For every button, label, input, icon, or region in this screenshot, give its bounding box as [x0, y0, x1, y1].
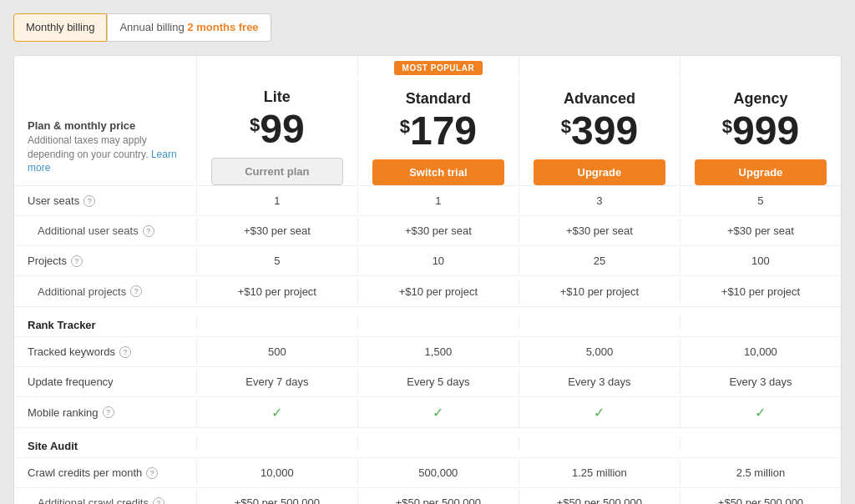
section-site-audit: Site AuditCrawl credits per month?10,000… — [14, 428, 841, 504]
help-icon[interactable]: ? — [71, 255, 83, 267]
row-label: Additional user seats? — [14, 218, 196, 244]
price-amount-agency: 999 — [732, 111, 799, 151]
help-icon[interactable]: ? — [103, 406, 114, 418]
table-row: User seats?1135 — [14, 186, 841, 216]
row-label-text: Additional projects — [38, 285, 126, 298]
table-row: Additional user seats?+$30 per seat+$30 … — [14, 216, 841, 246]
row-label: Tracked keywords? — [14, 339, 196, 365]
most-popular-badge: MOST POPULAR — [394, 61, 483, 75]
section-title-row: Site Audit — [14, 428, 841, 458]
row-label-text: Additional crawl credits — [38, 496, 149, 504]
section-title-empty-cell — [357, 315, 519, 329]
row-label: Crawl credits per month? — [14, 460, 196, 486]
most-popular-cell: MOST POPULAR — [357, 56, 519, 78]
table-row: Tracked keywords?5001,5005,00010,000 — [14, 337, 841, 367]
billing-toggle: Monthly billing Annual billing 2 months … — [13, 13, 842, 42]
row-cell: Every 3 days — [680, 369, 841, 395]
row-cell: 1 — [357, 188, 519, 214]
help-icon[interactable]: ? — [146, 467, 158, 479]
dollar-sign-standard: $ — [400, 116, 410, 138]
section-title-empty-cell — [519, 315, 680, 329]
plan-price-standard: $ 179 — [365, 111, 512, 151]
table-row: Additional projects?+$10 per project+$10… — [14, 276, 841, 306]
row-label: Additional crawl credits? — [14, 490, 196, 504]
mp-spacer — [14, 56, 196, 78]
row-cell: +$10 per project — [357, 279, 519, 305]
row-cell: 3 — [519, 188, 680, 214]
row-cell: 10 — [357, 248, 519, 274]
dollar-sign-agency: $ — [722, 116, 732, 138]
plan-price-lite: $ 99 — [204, 109, 351, 149]
annual-free-badge: 2 months free — [187, 21, 258, 33]
help-icon[interactable]: ? — [130, 285, 142, 297]
plan-name-agency: Agency — [687, 90, 834, 108]
row-cell: +$30 per seat — [519, 218, 680, 244]
table-row: Mobile ranking?✓✓✓✓ — [14, 397, 841, 427]
pricing-table: MOST POPULAR Plan & monthly price Additi… — [13, 55, 842, 504]
section-rank-tracker: Rank TrackerTracked keywords?5001,5005,0… — [14, 307, 841, 428]
row-label-text: Crawl credits per month — [28, 466, 142, 479]
price-amount-lite: 99 — [260, 109, 304, 149]
help-icon[interactable]: ? — [119, 346, 131, 358]
mp-empty-advanced — [519, 56, 680, 78]
row-cell: 5 — [196, 248, 357, 274]
plan-action-agency[interactable]: Upgrade — [695, 159, 827, 185]
row-cell: 100 — [680, 248, 841, 274]
table-row: Projects?51025100 — [14, 246, 841, 276]
table-row: Update frequencyEvery 7 daysEvery 5 days… — [14, 367, 841, 397]
plan-column-subtitle: Additional taxes may apply depending on … — [28, 134, 183, 175]
section-title-empty-cell — [196, 315, 357, 329]
row-cell: +$30 per seat — [357, 218, 519, 244]
row-label: Update frequency — [14, 369, 196, 395]
row-cell: 2.5 million — [680, 460, 841, 486]
most-popular-row: MOST POPULAR — [14, 56, 841, 78]
help-icon[interactable]: ? — [153, 497, 164, 504]
features-section-base: User seats?1135Additional user seats?+$3… — [14, 186, 841, 307]
plan-action-advanced[interactable]: Upgrade — [534, 159, 665, 185]
row-label: User seats? — [14, 188, 196, 214]
row-cell: +$10 per project — [196, 279, 357, 305]
row-label: Additional projects? — [14, 279, 196, 305]
section-title-empty-cell — [357, 436, 519, 450]
help-icon[interactable]: ? — [83, 195, 95, 207]
mp-empty-agency — [680, 56, 841, 78]
plan-price-advanced: $ 399 — [526, 111, 673, 151]
row-cell: +$50 per 500,000 — [196, 490, 357, 504]
row-cell: ✓ — [519, 398, 680, 427]
row-label-text: User seats — [28, 194, 79, 207]
row-cell: 1.25 million — [519, 460, 680, 486]
row-cell: +$50 per 500,000 — [680, 490, 841, 504]
table-row: Crawl credits per month?10,000500,0001.2… — [14, 458, 841, 488]
plan-name-advanced: Advanced — [526, 90, 673, 108]
row-cell: 5 — [680, 188, 841, 214]
dollar-sign-lite: $ — [250, 114, 260, 136]
plan-name-lite: Lite — [204, 88, 351, 106]
row-cell: +$30 per seat — [196, 218, 357, 244]
row-label-text: Update frequency — [28, 375, 114, 388]
row-cell: 25 — [519, 248, 680, 274]
plan-action-standard[interactable]: Switch trial — [372, 159, 504, 185]
plan-label-cell: Plan & monthly price Additional taxes ma… — [14, 109, 196, 185]
row-cell: 1,500 — [357, 339, 519, 365]
row-cell: +$50 per 500,000 — [357, 490, 519, 504]
plan-header-lite: Lite $ 99 Current plan — [196, 78, 357, 185]
price-amount-standard: 179 — [410, 111, 477, 151]
plan-action-lite[interactable]: Current plan — [211, 158, 343, 185]
plan-name-standard: Standard — [365, 90, 512, 108]
dollar-sign-advanced: $ — [561, 116, 571, 138]
row-cell: 1 — [196, 188, 357, 214]
mp-empty-lite — [196, 56, 357, 78]
table-row: Additional crawl credits?+$50 per 500,00… — [14, 488, 841, 504]
plan-price-agency: $ 999 — [687, 111, 834, 151]
section-title-empty-cell — [680, 436, 841, 450]
row-cell: 5,000 — [519, 339, 680, 365]
annual-billing-btn[interactable]: Annual billing 2 months free — [107, 13, 271, 42]
section-title-label: Site Audit — [14, 430, 196, 456]
monthly-billing-btn[interactable]: Monthly billing — [13, 13, 107, 42]
row-cell: 500 — [196, 339, 357, 365]
row-label-text: Additional user seats — [38, 224, 139, 237]
help-icon[interactable]: ? — [143, 225, 154, 237]
row-label: Projects? — [14, 248, 196, 274]
row-cell: Every 5 days — [357, 369, 519, 395]
section-title-empty-cell — [196, 436, 357, 450]
